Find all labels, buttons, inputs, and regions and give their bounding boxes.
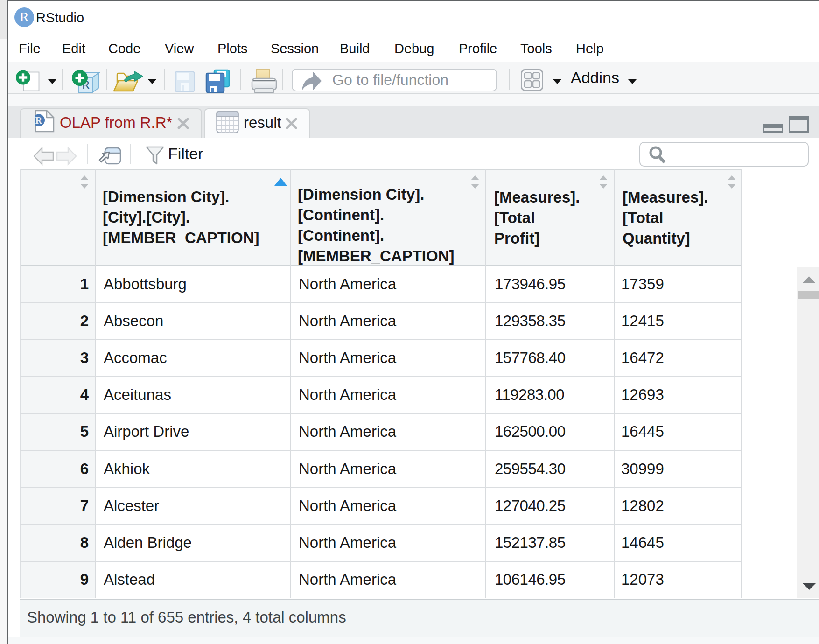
svg-text:R: R [20,9,29,24]
svg-text:R: R [35,115,42,126]
